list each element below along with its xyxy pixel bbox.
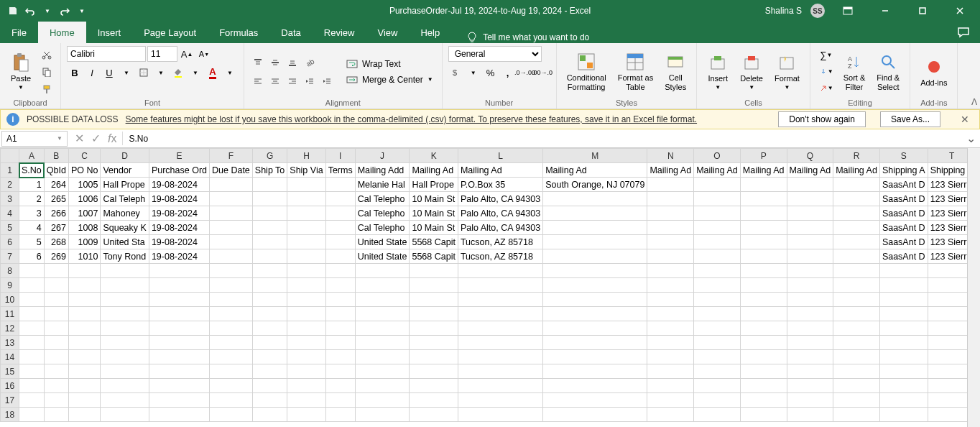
cell[interactable]: Mailing Add: [355, 163, 410, 178]
cell[interactable]: [879, 350, 928, 364]
cell[interactable]: [149, 278, 209, 293]
cell[interactable]: [879, 278, 928, 293]
dont-show-again-button[interactable]: Don't show again: [778, 111, 866, 127]
cell[interactable]: [410, 393, 458, 408]
cell[interactable]: [787, 221, 833, 235]
cell[interactable]: [833, 221, 880, 235]
cell[interactable]: 1006: [68, 192, 101, 206]
tab-file[interactable]: File: [0, 22, 38, 43]
tab-view[interactable]: View: [366, 22, 409, 43]
cell[interactable]: [149, 336, 209, 350]
cell[interactable]: [44, 393, 68, 408]
cell[interactable]: [101, 408, 149, 422]
cell[interactable]: [740, 264, 787, 278]
underline-dropdown-icon[interactable]: ▼: [119, 65, 134, 81]
cell[interactable]: 3: [19, 206, 45, 221]
cell[interactable]: [694, 307, 741, 321]
cell[interactable]: [68, 364, 101, 379]
cell[interactable]: SaasAnt D: [879, 206, 928, 221]
cell[interactable]: 19-08-2024: [149, 178, 209, 192]
increase-font-icon[interactable]: A▲: [179, 46, 195, 62]
cell[interactable]: Mailing Ad: [543, 163, 647, 178]
percent-icon[interactable]: %: [483, 65, 499, 81]
cell[interactable]: [68, 264, 101, 278]
cell[interactable]: [19, 336, 45, 350]
delete-cells-button[interactable]: Delete ▼: [736, 51, 767, 92]
cell[interactable]: [287, 379, 325, 393]
cell[interactable]: [647, 278, 694, 293]
cell[interactable]: [410, 408, 458, 422]
cell[interactable]: [101, 336, 149, 350]
cell[interactable]: [458, 336, 542, 350]
find-select-button[interactable]: Find & Select: [872, 50, 904, 92]
cell[interactable]: [879, 264, 928, 278]
cell[interactable]: [740, 364, 787, 379]
cell[interactable]: [252, 206, 287, 221]
cell[interactable]: [787, 321, 833, 336]
cell[interactable]: [355, 393, 410, 408]
cell[interactable]: [355, 379, 410, 393]
cell[interactable]: [325, 221, 355, 235]
cell[interactable]: [355, 278, 410, 293]
cell[interactable]: [149, 264, 209, 278]
cell[interactable]: [833, 192, 880, 206]
cell[interactable]: [740, 393, 787, 408]
cell[interactable]: [325, 264, 355, 278]
cell[interactable]: [647, 321, 694, 336]
cell[interactable]: [68, 379, 101, 393]
format-painter-icon[interactable]: [39, 81, 55, 97]
decrease-indent-icon[interactable]: [302, 73, 318, 89]
cell[interactable]: [325, 350, 355, 364]
cell[interactable]: Mailing Ad: [787, 163, 833, 178]
cell[interactable]: [458, 408, 542, 422]
italic-button[interactable]: I: [84, 65, 100, 81]
cell[interactable]: P.O.Box 35: [458, 178, 542, 192]
save-as-button[interactable]: Save As...: [880, 111, 940, 127]
cell[interactable]: [787, 178, 833, 192]
clear-icon[interactable]: ▼: [816, 81, 836, 96]
cell[interactable]: [833, 321, 880, 336]
collapse-ribbon-icon[interactable]: ᐱ: [971, 97, 977, 107]
cell[interactable]: [287, 408, 325, 422]
cell[interactable]: Cal Telepho: [355, 221, 410, 235]
cell[interactable]: Tucson, AZ 85718: [458, 235, 542, 249]
col-header-A[interactable]: A: [19, 149, 45, 163]
accounting-format-icon[interactable]: $: [448, 65, 464, 81]
cell[interactable]: [355, 364, 410, 379]
cell[interactable]: [458, 364, 542, 379]
cell[interactable]: Mailing Ad: [410, 163, 458, 178]
decrease-font-icon[interactable]: A▼: [196, 46, 212, 62]
cell[interactable]: SaasAnt D: [879, 178, 928, 192]
fill-color-icon[interactable]: [170, 65, 186, 81]
cell[interactable]: Mahoney: [101, 206, 149, 221]
cell[interactable]: [287, 206, 325, 221]
col-header-L[interactable]: L: [458, 149, 542, 163]
undo-dropdown-icon[interactable]: ▼: [42, 5, 53, 17]
cell[interactable]: [833, 278, 880, 293]
cell[interactable]: [928, 336, 967, 350]
orientation-icon[interactable]: ab: [302, 55, 318, 70]
col-header-N[interactable]: N: [647, 149, 694, 163]
cell[interactable]: [325, 336, 355, 350]
cell[interactable]: [787, 192, 833, 206]
cell[interactable]: [210, 278, 253, 293]
col-header-J[interactable]: J: [355, 149, 410, 163]
cell[interactable]: [19, 321, 45, 336]
wrap-text-button[interactable]: Wrap Text: [343, 58, 436, 70]
cell[interactable]: [355, 321, 410, 336]
cell[interactable]: [928, 350, 967, 364]
cell[interactable]: [647, 293, 694, 307]
cell[interactable]: 1008: [68, 221, 101, 235]
align-middle-icon[interactable]: [267, 55, 283, 70]
cell[interactable]: [355, 336, 410, 350]
col-header-O[interactable]: O: [694, 149, 741, 163]
cell[interactable]: [879, 379, 928, 393]
cell[interactable]: [787, 278, 833, 293]
cell[interactable]: [740, 336, 787, 350]
row-header-17[interactable]: 17: [1, 393, 19, 408]
undo-icon[interactable]: [24, 5, 36, 17]
cell[interactable]: [740, 221, 787, 235]
cell[interactable]: [252, 249, 287, 264]
cell[interactable]: [543, 221, 647, 235]
cell[interactable]: Vendor: [101, 163, 149, 178]
